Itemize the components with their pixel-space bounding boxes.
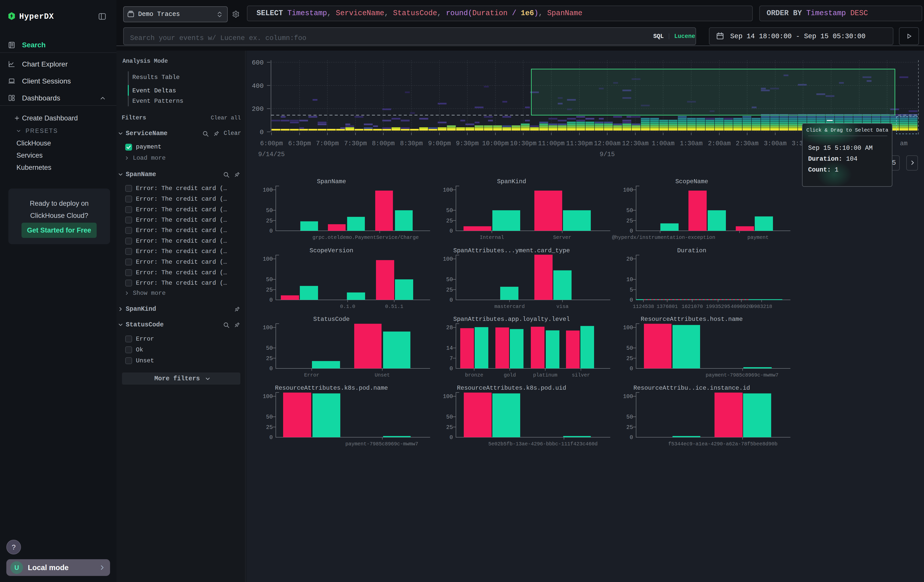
svg-text:50: 50 (446, 277, 453, 283)
svg-text:StatusCode: StatusCode (313, 316, 350, 323)
svg-text:100: 100 (623, 187, 633, 193)
svg-text:11:30pm: 11:30pm (566, 140, 592, 147)
svg-text:0: 0 (269, 228, 273, 234)
svg-text:ResourceAttributes.k8s.pod.uid: ResourceAttributes.k8s.pod.uid (457, 385, 566, 391)
svg-text:Server: Server (553, 234, 571, 241)
svg-text:400: 400 (252, 82, 264, 90)
svg-text:platinum: platinum (533, 372, 558, 378)
svg-text:SpanName: SpanName (317, 178, 346, 185)
svg-text:9/15: 9/15 (600, 151, 615, 158)
svg-text:9:00pm: 9:00pm (428, 140, 451, 147)
svg-text:1621070: 1621070 (681, 303, 703, 310)
svg-text:10:30pm: 10:30pm (510, 140, 536, 147)
svg-text:3:00am: 3:00am (764, 140, 787, 147)
svg-text:8:30pm: 8:30pm (400, 140, 423, 147)
svg-text:25: 25 (266, 218, 273, 224)
svg-text:50: 50 (266, 414, 273, 420)
svg-text:12:00am: 12:00am (594, 140, 620, 147)
svg-text:25: 25 (627, 218, 633, 224)
svg-text:50: 50 (446, 208, 453, 214)
svg-text:payment: payment (747, 234, 769, 241)
svg-text:20: 20 (627, 256, 633, 262)
svg-text:50: 50 (627, 345, 633, 351)
svg-text:SpanAttributes...yment.card_ty: SpanAttributes...yment.card_type (454, 247, 570, 254)
svg-text:f5344ec9-a1ea-4290-a62a-78f5be: f5344ec9-a1ea-4290-a62a-78f5bee8d90b (668, 441, 777, 447)
svg-text:9/14/25: 9/14/25 (258, 151, 285, 158)
svg-text:0: 0 (450, 434, 453, 441)
svg-text:1376801: 1376801 (657, 303, 678, 310)
svg-text:100: 100 (262, 256, 273, 262)
svg-text:28: 28 (446, 325, 453, 331)
svg-text:SpanAttributes.app.loyalty.lev: SpanAttributes.app.loyalty.level (454, 316, 570, 323)
svg-text:bronze: bronze (465, 372, 483, 378)
svg-text:100: 100 (443, 256, 453, 262)
svg-text:50: 50 (627, 414, 633, 420)
svg-text:25: 25 (266, 424, 273, 431)
svg-text:25: 25 (266, 356, 273, 362)
svg-text:100: 100 (262, 187, 273, 193)
svg-text:100: 100 (443, 394, 453, 400)
svg-text:Duration: Duration (677, 247, 706, 254)
svg-text:7: 7 (450, 356, 453, 362)
svg-text:payment-7985c8969c-mwmw7: payment-7985c8969c-mwmw7 (706, 372, 779, 378)
svg-text:200: 200 (252, 105, 264, 113)
svg-text:100: 100 (262, 325, 273, 331)
svg-text:25: 25 (627, 424, 633, 431)
svg-text:ScopeVersion: ScopeVersion (310, 247, 353, 254)
svg-text:4090920: 4090920 (731, 303, 752, 310)
svg-text:10: 10 (627, 277, 633, 283)
svg-text:7:00pm: 7:00pm (316, 140, 339, 147)
svg-text:1:30am: 1:30am (680, 140, 703, 147)
svg-text:9983218: 9983218 (751, 303, 772, 310)
svg-text:6:30pm: 6:30pm (288, 140, 311, 147)
svg-text:SpanKind: SpanKind (497, 178, 526, 185)
svg-text:0: 0 (630, 228, 633, 234)
svg-text:@hyperdx/instrumentation-excep: @hyperdx/instrumentation-exception (612, 234, 715, 241)
svg-text:600: 600 (252, 59, 264, 66)
svg-text:ScopeName: ScopeName (675, 178, 708, 185)
svg-text:ResourceAttributes.k8s.pod.nam: ResourceAttributes.k8s.pod.name (275, 385, 388, 391)
svg-text:0: 0 (450, 366, 453, 372)
svg-text:5: 5 (630, 287, 633, 293)
svg-text:19935295: 19935295 (706, 303, 730, 310)
svg-text:100: 100 (443, 187, 453, 193)
svg-text:1124538: 1124538 (633, 303, 654, 310)
svg-text:visa: visa (556, 303, 569, 310)
svg-text:mastercard: mastercard (494, 303, 525, 310)
svg-text:ResourceAttributes.host.name: ResourceAttributes.host.name (641, 316, 742, 323)
svg-text:50: 50 (446, 414, 453, 420)
svg-text:0: 0 (450, 297, 453, 303)
svg-text:0: 0 (630, 434, 633, 441)
svg-text:0: 0 (630, 297, 633, 303)
svg-text:25: 25 (446, 424, 453, 431)
svg-text:25: 25 (266, 287, 273, 293)
svg-text:0.1.0: 0.1.0 (340, 303, 355, 310)
svg-text:50: 50 (266, 208, 273, 214)
svg-text:payment-7985c8969c-mwmw7: payment-7985c8969c-mwmw7 (345, 441, 418, 447)
svg-text:12:30am: 12:30am (622, 140, 648, 147)
svg-text:50: 50 (627, 208, 633, 214)
svg-text:9:30pm: 9:30pm (456, 140, 479, 147)
svg-text:silver: silver (572, 372, 590, 378)
svg-text:11:00pm: 11:00pm (538, 140, 564, 147)
svg-text:0: 0 (450, 228, 453, 234)
svg-text:Unset: Unset (375, 372, 390, 378)
svg-text:Internal: Internal (480, 234, 504, 241)
svg-text:0: 0 (630, 366, 633, 372)
svg-text:100: 100 (623, 394, 633, 400)
svg-text:2:30am: 2:30am (736, 140, 759, 147)
svg-text:10:00pm: 10:00pm (482, 140, 508, 147)
svg-text:gold: gold (504, 372, 516, 378)
svg-text:0: 0 (260, 129, 264, 136)
svg-text:8:00pm: 8:00pm (372, 140, 395, 147)
svg-text:25: 25 (627, 356, 633, 362)
svg-text:25: 25 (446, 218, 453, 224)
svg-text:0: 0 (269, 297, 273, 303)
svg-text:0: 0 (269, 434, 273, 441)
svg-text:7:30pm: 7:30pm (344, 140, 367, 147)
svg-text:100: 100 (623, 325, 633, 331)
svg-text:25: 25 (446, 287, 453, 293)
svg-text:2:00am: 2:00am (708, 140, 731, 147)
svg-text:0.51.1: 0.51.1 (385, 303, 403, 310)
svg-text:6:00pm: 6:00pm (260, 140, 283, 147)
